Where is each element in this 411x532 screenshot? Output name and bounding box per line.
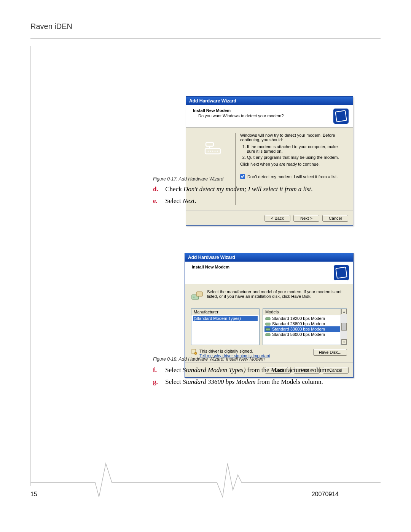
step-letter: g. — [153, 377, 160, 387]
dont-detect-label: Don't detect my modem; I will select it … — [247, 174, 338, 179]
prep-item-2: Quit any programs that may be using the … — [247, 155, 347, 160]
page-date: 20070914 — [312, 491, 339, 498]
heartbeat-decoration — [30, 460, 381, 505]
svg-point-10 — [193, 297, 194, 297]
wizard-titlebar: Add Hardware Wizard — [186, 97, 353, 105]
scroll-up-icon[interactable]: ▴ — [341, 309, 347, 314]
manufacturer-item[interactable]: (Standard Modem Types) — [193, 316, 258, 321]
model-item[interactable]: Standard 19200 bps Modem — [264, 316, 340, 321]
model-item[interactable]: Standard 56000 bps Modem — [264, 332, 340, 337]
model-item[interactable]: Standard 28800 bps Modem — [264, 321, 340, 326]
figure-caption-1: Figure 0-17: Add Hardware Wizard — [153, 176, 223, 182]
cancel-button[interactable]: Cancel — [322, 215, 348, 222]
svg-point-4 — [210, 151, 211, 152]
select-instructions: Select the manufacturer and model of you… — [207, 289, 347, 299]
manufacturer-header: Manufacturer — [191, 309, 259, 315]
page-number: 15 — [30, 491, 37, 498]
svg-point-6 — [215, 151, 216, 152]
svg-rect-9 — [196, 292, 202, 296]
svg-point-17 — [194, 352, 197, 355]
wizard-header-title: Install New Modem — [193, 108, 231, 113]
models-header: Models — [263, 309, 347, 315]
next-button[interactable]: Next > — [293, 215, 319, 222]
intro-text: Windows will now try to detect your mode… — [240, 133, 347, 142]
left-divider — [30, 46, 31, 486]
step-g: g. Select Standard 33600 bps Modem from … — [153, 377, 331, 387]
svg-point-5 — [212, 151, 213, 152]
have-disk-button[interactable]: Have Disk... — [313, 349, 347, 356]
step-letter: d. — [153, 185, 160, 194]
svg-point-7 — [217, 151, 218, 152]
svg-rect-15 — [266, 334, 270, 336]
back-button[interactable]: < Back — [264, 215, 290, 222]
step-f: f. Select Standard Modem Types) from the… — [153, 366, 331, 375]
click-next-text: Click Next when you are ready to continu… — [240, 162, 347, 166]
svg-rect-13 — [266, 323, 270, 325]
models-list[interactable]: Models Standard 19200 bps Modem Standard… — [263, 308, 347, 345]
header-rule — [30, 38, 381, 38]
svg-rect-14 — [266, 328, 270, 331]
scroll-thumb[interactable] — [341, 323, 347, 331]
wizard-header-sub: Do you want Windows to detect your modem… — [198, 113, 284, 118]
footer-rule — [30, 486, 381, 486]
figure-caption-2: Figure 0-18: Add Hardware Wizard: Instal… — [153, 356, 265, 362]
modem-box-icon — [333, 108, 349, 124]
manufacturer-list[interactable]: Manufacturer (Standard Modem Types) — [191, 308, 260, 345]
modem-box-icon — [333, 265, 349, 281]
wizard-header-title: Install New Modem — [192, 265, 229, 269]
step-letter: f. — [153, 366, 160, 375]
device-icon — [191, 289, 203, 302]
step-e: e. Select Next. — [153, 197, 313, 206]
model-item-selected[interactable]: Standard 33600 bps Modem — [264, 326, 340, 332]
page-header: Raven iDEN — [30, 22, 72, 31]
models-scrollbar[interactable]: ▴ ▾ — [341, 309, 347, 345]
step-d: d. Check Don't detect my modem; I will s… — [153, 185, 313, 194]
svg-point-3 — [208, 151, 209, 152]
svg-point-11 — [194, 297, 195, 297]
step-letter: e. — [153, 197, 160, 206]
certificate-icon — [191, 349, 197, 355]
svg-rect-12 — [266, 318, 270, 320]
svg-rect-1 — [206, 142, 213, 146]
scroll-down-icon[interactable]: ▾ — [341, 339, 347, 345]
prep-item-1: If the modem is attached to your compute… — [247, 144, 347, 153]
dont-detect-checkbox[interactable] — [240, 174, 245, 179]
wizard-titlebar: Add Hardware Wizard — [185, 253, 353, 262]
signed-text: This driver is digitally signed. — [199, 349, 270, 353]
wizard-header: Install New Modem Do you want Windows to… — [186, 105, 353, 128]
wizard-header: Install New Modem — [185, 262, 353, 284]
